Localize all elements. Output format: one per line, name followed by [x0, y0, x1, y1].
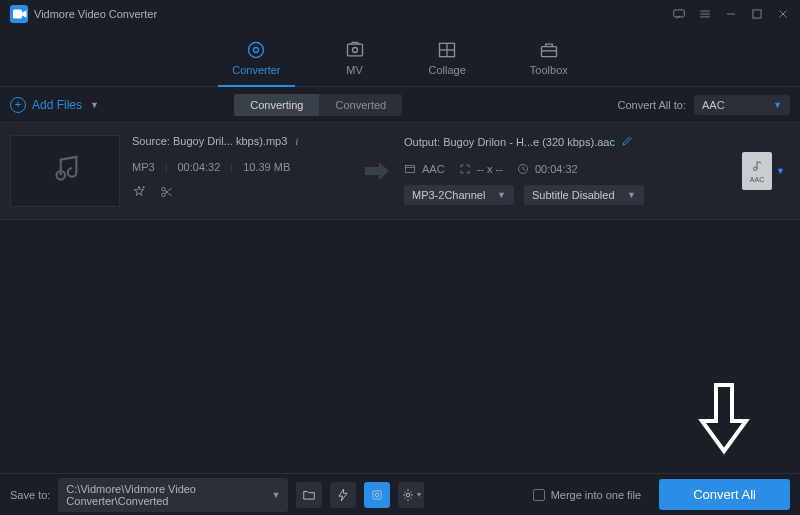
resolution-icon [459, 163, 471, 175]
close-button[interactable] [776, 7, 790, 21]
source-filename: Source: Bugoy Dril... kbps).mp3 [132, 135, 287, 147]
merge-checkbox[interactable]: Merge into one file [533, 489, 642, 501]
toolbox-icon [539, 40, 559, 60]
svg-point-28 [376, 493, 380, 497]
save-path-select[interactable]: C:\Vidmore\Vidmore Video Converter\Conve… [58, 478, 288, 512]
file-row: Source: Bugoy Dril... kbps).mp3 i MP3| 0… [0, 123, 800, 220]
app-title: Vidmore Video Converter [34, 8, 157, 20]
svg-point-10 [254, 48, 259, 53]
output-filename: Output: Bugoy Drilon - H...e (320 kbps).… [404, 136, 615, 148]
chevron-down-icon[interactable]: ▼ [776, 166, 785, 176]
tab-label: Toolbox [530, 64, 568, 76]
svg-rect-16 [541, 47, 556, 57]
convert-all-to-value: AAC [702, 99, 725, 111]
save-path-value: C:\Vidmore\Vidmore Video Converter\Conve… [66, 483, 271, 507]
chevron-down-icon: ▼ [773, 100, 782, 110]
music-note-icon [48, 154, 82, 188]
add-files-button[interactable]: + Add Files ▼ [10, 97, 99, 113]
footer-bar: Save to: C:\Vidmore\Vidmore Video Conver… [0, 473, 800, 515]
checkbox-box [533, 489, 545, 501]
tab-toolbox[interactable]: Toolbox [526, 34, 572, 86]
tab-converter[interactable]: Converter [228, 34, 284, 86]
arrow-icon [362, 162, 392, 180]
audio-track-select[interactable]: MP3-2Channel▼ [404, 185, 514, 205]
mv-icon [345, 40, 365, 60]
add-files-label: Add Files [32, 98, 82, 112]
collage-icon [437, 40, 457, 60]
output-resolution: -- x -- [477, 163, 503, 175]
minimize-button[interactable] [724, 7, 738, 21]
svg-point-12 [352, 48, 357, 53]
title-bar: Vidmore Video Converter [0, 0, 800, 28]
main-tabs: Converter MV Collage Toolbox [0, 28, 800, 87]
trim-icon[interactable] [160, 185, 174, 199]
settings-button[interactable]: ▾ [398, 482, 424, 508]
feedback-icon[interactable] [672, 7, 686, 21]
converter-icon [246, 40, 266, 60]
svg-point-9 [249, 43, 264, 58]
info-icon[interactable]: i [295, 135, 298, 147]
app-logo-icon [10, 5, 28, 23]
file-thumbnail[interactable] [10, 135, 120, 207]
output-duration: 00:04:32 [535, 163, 578, 175]
speed-button[interactable] [330, 482, 356, 508]
target-format-badge: AAC [750, 176, 764, 183]
tab-collage[interactable]: Collage [425, 34, 470, 86]
svg-rect-0 [13, 10, 22, 19]
tab-label: Converter [232, 64, 280, 76]
convert-all-button[interactable]: Convert All [659, 479, 790, 510]
seg-converting[interactable]: Converting [234, 94, 319, 116]
merge-label: Merge into one file [551, 489, 642, 501]
chevron-down-icon: ▼ [497, 190, 506, 200]
output-format: AAC [422, 163, 445, 175]
svg-point-29 [407, 493, 411, 497]
format-icon [404, 163, 416, 175]
chevron-down-icon: ▼ [627, 190, 636, 200]
output-format-tile[interactable]: AAC [742, 152, 772, 190]
source-format: MP3 [132, 161, 155, 173]
convert-all-to-select[interactable]: AAC ▼ [694, 95, 790, 115]
source-size: 10.39 MB [243, 161, 290, 173]
convert-all-to-label: Convert All to: [618, 99, 686, 111]
effects-icon[interactable] [132, 185, 146, 199]
chevron-down-icon: ▼ [90, 100, 99, 110]
subtitle-select[interactable]: Subtitle Disabled▼ [524, 185, 644, 205]
menu-icon[interactable] [698, 7, 712, 21]
svg-rect-24 [406, 166, 415, 173]
maximize-button[interactable] [750, 7, 764, 21]
seg-converted[interactable]: Converted [319, 94, 402, 116]
edit-icon[interactable] [621, 135, 633, 149]
clock-icon [517, 163, 529, 175]
svg-rect-1 [674, 10, 685, 17]
callout-arrow-icon [696, 381, 752, 461]
svg-rect-6 [753, 10, 761, 18]
music-note-icon [750, 160, 764, 174]
status-segmented: Converting Converted [234, 94, 402, 116]
save-to-label: Save to: [10, 489, 50, 501]
tab-label: MV [346, 64, 363, 76]
plus-icon: + [10, 97, 26, 113]
chevron-down-icon: ▼ [271, 490, 280, 500]
svg-rect-11 [347, 44, 362, 56]
tab-label: Collage [429, 64, 466, 76]
sub-toolbar: + Add Files ▼ Converting Converted Conve… [0, 87, 800, 123]
svg-rect-27 [373, 490, 381, 498]
tab-mv[interactable]: MV [341, 34, 369, 86]
open-folder-button[interactable] [296, 482, 322, 508]
source-duration: 00:04:32 [177, 161, 220, 173]
gpu-accel-button[interactable] [364, 482, 390, 508]
